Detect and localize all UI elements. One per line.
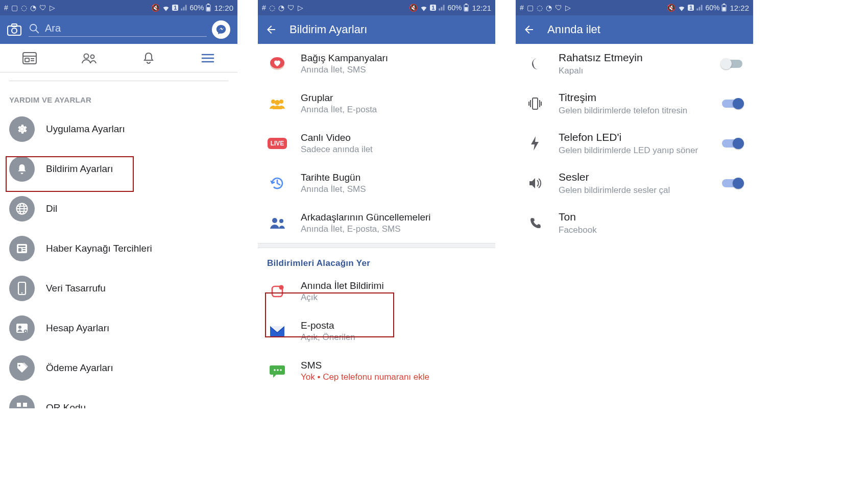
qr-icon — [9, 395, 35, 408]
svg-point-4 — [12, 28, 17, 33]
back-arrow-icon[interactable] — [523, 23, 535, 36]
row-sub: Yok • Cep telefonu numaranı ekle — [301, 372, 486, 383]
notif-groups[interactable]: Gruplar Anında İlet, E-posta — [258, 84, 495, 124]
menu-label: Hesap Ayarları — [46, 322, 228, 334]
status-play-icon: ▷ — [50, 4, 55, 12]
status-wifi-icon — [678, 4, 686, 11]
menu-qr-code[interactable]: QR Kodu — [0, 388, 237, 408]
menu-payment-settings[interactable]: Ödeme Ayarları — [0, 348, 237, 388]
row-sub: Gelen bildirimlerde sesler çal — [559, 185, 720, 196]
globe-icon — [9, 196, 35, 222]
status-sim1-icon: 1 — [688, 5, 694, 11]
svg-point-57 — [277, 369, 279, 371]
toggle-vibration[interactable] — [720, 99, 744, 109]
svg-point-52 — [279, 219, 283, 223]
menu-newsfeed-prefs[interactable]: Haber Kaynağı Tercihleri — [0, 229, 237, 268]
toggle-sounds[interactable] — [720, 178, 744, 188]
facebook-top-bar — [0, 15, 237, 44]
menu-label: Haber Kaynağı Tercihleri — [46, 242, 228, 255]
status-pie-icon: ◔ — [278, 4, 284, 12]
notif-friend-updates[interactable]: Arkadaşlarının Güncellemeleri Anında İle… — [258, 203, 495, 243]
screen2-title: Bildirim Ayarları — [290, 23, 367, 36]
messenger-icon[interactable] — [212, 20, 230, 39]
row-title: Ton — [559, 210, 744, 224]
status-clock: 12:20 — [214, 4, 233, 12]
status-battery-icon — [206, 4, 211, 12]
row-title: Rahatsız Etmeyin — [559, 51, 720, 64]
status-battery-pct: 60% — [189, 4, 204, 12]
svg-point-13 — [84, 54, 89, 58]
setting-sounds[interactable]: Sesler Gelen bildirimlerde sesler çal — [516, 163, 753, 203]
tab-friends[interactable] — [59, 44, 118, 72]
toggle-dnd[interactable] — [720, 59, 744, 69]
tab-notifications[interactable] — [119, 44, 178, 72]
phone-icon — [9, 276, 35, 301]
svg-rect-45 — [465, 7, 468, 11]
notif-live[interactable]: LIVE Canlı Video Sadece anında ilet — [258, 124, 495, 163]
row-title: Canlı Video — [301, 132, 486, 144]
toggle-led[interactable] — [720, 138, 744, 149]
channel-email[interactable]: E-posta Açık, Önerilen — [258, 311, 495, 351]
row-sub: Gelen bildirimlerde LED yanıp söner — [559, 145, 720, 156]
channel-sms[interactable]: SMS Yok • Cep telefonu numaranı ekle — [258, 351, 495, 391]
row-sub: Sadece anında ilet — [301, 144, 486, 155]
notif-donations[interactable]: Bağış Kampanyaları Anında İlet, SMS — [258, 44, 495, 84]
menu-app-settings[interactable]: Uygulama Ayarları — [0, 109, 237, 149]
row-sub: Anında İlet, SMS — [301, 64, 486, 76]
search-input[interactable] — [45, 22, 207, 34]
setting-vibration[interactable]: Titreşim Gelen bildirimlerde telefon tit… — [516, 84, 753, 124]
facebook-tab-strip — [0, 44, 237, 72]
svg-rect-26 — [18, 248, 21, 252]
gear-icon — [9, 116, 35, 142]
svg-rect-37 — [23, 403, 27, 407]
setting-dnd[interactable]: Rahatsız Etmeyin Kapalı — [516, 44, 753, 84]
status-shield-icon: 🛡 — [39, 4, 46, 12]
menu-account-settings[interactable]: Hesap Ayarları — [0, 308, 237, 348]
tab-menu[interactable] — [178, 44, 237, 72]
setting-led[interactable]: Telefon LED'i Gelen bildirimlerde LED ya… — [516, 124, 753, 163]
row-title: Titreşim — [559, 91, 720, 104]
svg-point-51 — [272, 218, 277, 223]
svg-rect-61 — [722, 7, 726, 11]
camera-icon[interactable] — [7, 23, 21, 36]
back-arrow-icon[interactable] — [265, 23, 277, 36]
row-sub: Açık, Önerilen — [301, 332, 486, 343]
menu-language[interactable]: Dil — [0, 189, 237, 229]
groups-icon — [267, 91, 287, 116]
search-wrap[interactable] — [29, 22, 207, 37]
bolt-icon — [525, 131, 545, 156]
mail-icon — [267, 318, 287, 344]
svg-rect-27 — [22, 248, 26, 249]
svg-point-14 — [91, 55, 94, 58]
menu-label: Ödeme Ayarları — [46, 362, 228, 374]
svg-rect-28 — [22, 250, 26, 251]
tag-icon — [9, 355, 35, 381]
status-hash-icon: # — [520, 4, 524, 12]
account-card-icon — [9, 315, 35, 341]
row-title: Tarihte Bugün — [301, 172, 486, 184]
svg-point-50 — [275, 100, 280, 105]
setting-tone[interactable]: Ton Facebook — [516, 203, 753, 243]
tab-newsfeed[interactable] — [0, 44, 59, 72]
feed-icon — [9, 236, 35, 261]
svg-point-35 — [18, 364, 20, 366]
notif-on-this-day[interactable]: Tarihte Bugün Anında İlet, SMS — [258, 163, 495, 203]
row-sub: Facebook — [559, 225, 744, 236]
row-title: E-posta — [301, 320, 486, 332]
channel-push[interactable]: Anında İlet Bildirimi Açık — [258, 272, 495, 311]
svg-point-54 — [279, 285, 284, 290]
status-battery-icon — [464, 4, 469, 12]
status-hash-icon: # — [262, 4, 266, 12]
menu-data-saver[interactable]: Veri Tasarrufu — [0, 268, 237, 308]
row-sub: Kapalı — [559, 65, 720, 77]
menu-label: Bildirim Ayarları — [46, 163, 228, 175]
menu-notification-settings[interactable]: Bildirim Ayarları — [0, 149, 237, 189]
status-battery-icon — [721, 4, 727, 12]
status-play-icon: ▷ — [298, 4, 303, 12]
screen2-header: Bildirim Ayarları — [258, 15, 495, 44]
section-title-where: Bildirimleri Alacağın Yer — [258, 248, 495, 272]
heart-coin-icon — [267, 51, 287, 77]
speaker-icon — [525, 170, 545, 196]
phone-screen-2: # ◌ ◔ 🛡 ▷ 🔇 1 60% 12:21 Bildirim Ayarlar… — [258, 0, 495, 408]
svg-point-48 — [271, 100, 275, 104]
